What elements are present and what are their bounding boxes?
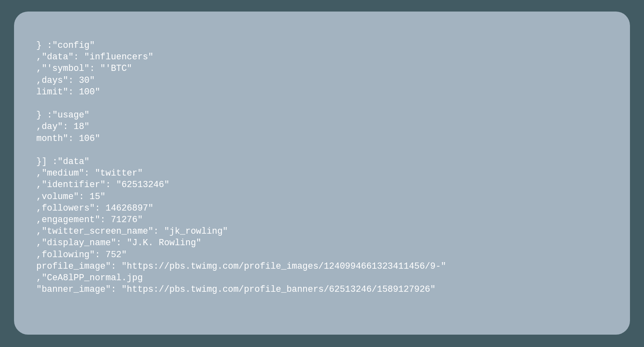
code-panel: } :"config" ,"data": "influencers" ,"'sy…	[14, 12, 630, 335]
code-block: } :"config" ,"data": "influencers" ,"'sy…	[36, 40, 608, 295]
